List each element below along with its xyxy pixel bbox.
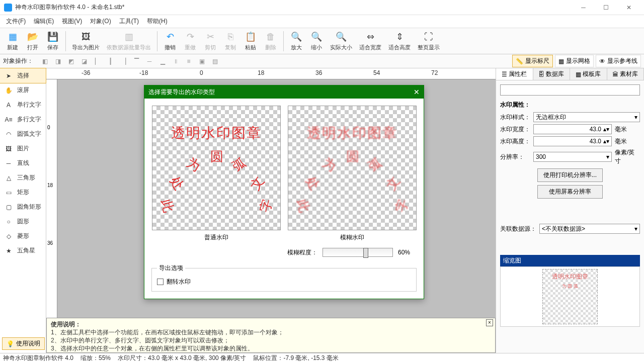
tab-database[interactable]: 🗄数据库 [533,68,571,80]
tab-materials[interactable]: 🏛素材库 [607,68,645,80]
tool-circle[interactable]: ○圆形 [0,214,46,229]
fit-height-button[interactable]: ⇕适合高度 [385,29,414,53]
tool-pan[interactable]: ✋滚屏 [0,83,46,98]
tool-select[interactable]: ➤选择 [0,68,46,83]
batch-export-button[interactable]: ▥依数据源批量导出 [104,29,154,53]
send-backward-icon[interactable]: ◪ [78,56,90,67]
blurred-watermark-option[interactable]: 透明水印图章 此 处 为 圆 弧 文 字 模糊水印 [288,106,417,242]
align-bottom-icon[interactable]: ▁ [157,56,168,67]
help-close-button[interactable]: × [486,319,493,326]
show-guides-toggle[interactable]: 👁显示参考线 [596,55,641,67]
fit-height-icon: ⇕ [393,31,406,43]
use-printer-dpi-button[interactable]: 使用打印机分辨率... [537,168,603,182]
datasource-select[interactable]: <不关联数据源>▾ [539,224,640,234]
zoom-in-button[interactable]: 🔍放大 [287,29,306,53]
dialog-close-button[interactable]: ✕ [414,88,420,96]
send-back-icon[interactable]: ◨ [52,56,63,67]
tool-rect[interactable]: ▭矩形 [0,185,46,200]
align-center-icon[interactable]: ┃ [105,56,116,67]
save-button[interactable]: 💾保存 [43,29,62,53]
bring-forward-icon[interactable]: ◩ [65,56,76,67]
menu-tools[interactable]: 工具(T) [115,15,143,28]
status-bar: 神奇水印图章制作软件 4.0 缩放：55% 水印尺寸：43.0 毫米 x 43.… [0,353,644,363]
props-header: 水印属性： [500,101,640,109]
undo-icon: ↶ [164,31,176,43]
dpi-select[interactable]: 300▾ [533,152,612,162]
style-select[interactable]: 无边框水印▾ [533,112,640,122]
menu-object[interactable]: 对象(O) [86,15,115,28]
menu-view[interactable]: 视图(V) [58,15,86,28]
copy-button[interactable]: ⎘复制 [221,29,240,53]
tool-single-text[interactable]: A单行文字 [0,98,46,112]
export-type-dialog: 选择需要导出的水印类型 ✕ 透明水印图章 此 处 为 圆 弧 文 字 [144,85,424,299]
status-size: 水印尺寸：43.0 毫米 x 43.0 毫米, 300 像素/英寸 [118,354,246,362]
tab-templates[interactable]: ▦模板库 [570,68,607,80]
fit-page-button[interactable]: ⛶整页显示 [415,29,443,53]
paste-button[interactable]: 📋粘贴 [241,29,260,53]
show-ruler-toggle[interactable]: 📏显示标尺 [512,55,553,67]
actual-size-button[interactable]: 🔍实际大小 [327,29,355,53]
distribute-v-icon[interactable]: ≡ [183,56,194,67]
close-window-button[interactable]: ✕ [617,0,640,15]
ops-label: 对象操作： [3,57,33,65]
distribute-h-icon[interactable]: ⫴ [170,56,181,67]
dialog-titlebar[interactable]: 选择需要导出的水印类型 ✕ [144,85,424,99]
use-screen-dpi-button[interactable]: 使用屏幕分辨率 [537,185,603,199]
tool-diamond[interactable]: ◇菱形 [0,229,46,243]
thumbnail-box: 透明水印图章为 圆 弧 [500,266,640,327]
export-image-button[interactable]: 🖼导出为图片 [69,29,103,53]
bring-front-icon[interactable]: ◧ [39,56,50,67]
menu-edit[interactable]: 编辑(E) [30,15,58,28]
hand-icon: ✋ [4,86,13,95]
help-toggle-button[interactable]: 💡使用说明 [2,337,45,350]
tool-line[interactable]: ─直线 [0,156,46,170]
tool-image[interactable]: 🖼图片 [0,141,46,156]
tool-arc-text[interactable]: ◠圆弧文字 [0,127,46,141]
thumbnail-preview: 透明水印图章为 圆 弧 [542,269,598,324]
menu-help[interactable]: 帮助(H) [143,15,172,28]
main-toolbar: ▦新建 📂打开 💾保存 🖼导出为图片 ▥依数据源批量导出 ↶撤销 ↷重做 ✂剪切… [0,28,644,54]
arctext-icon: ◠ [4,130,13,139]
open-button[interactable]: 📂打开 [23,29,42,53]
status-app: 神奇水印图章制作软件 4.0 [3,354,73,362]
roundrect-icon: ▢ [4,203,13,212]
tab-properties[interactable]: ☰属性栏 [496,68,533,80]
delete-icon: 🗑 [265,31,277,43]
tool-roundrect[interactable]: ▢圆角矩形 [0,200,46,214]
align-middle-icon[interactable]: ─ [144,56,155,67]
bulb-icon: 💡 [7,340,14,347]
delete-button[interactable]: 🗑删除 [261,29,280,53]
menu-file[interactable]: 文件(F) [2,15,30,28]
ungroup-icon[interactable]: ▤ [209,56,220,67]
checkbox-icon [157,279,164,285]
flip-checkbox[interactable]: 翻转水印 [157,278,411,286]
cut-button[interactable]: ✂剪切 [201,29,220,53]
ruler-vertical: 0 18 36 [46,79,57,353]
redo-button[interactable]: ↷重做 [181,29,200,53]
mat-icon: 🏛 [612,71,618,78]
group-icon[interactable]: ▣ [196,56,207,67]
app-icon [4,4,12,12]
object-selector[interactable] [500,84,640,96]
ruler-horizontal: -36 -18 0 18 36 54 72 [46,68,496,79]
tool-star[interactable]: ★五角星 [0,243,46,258]
new-button[interactable]: ▦新建 [3,29,22,53]
normal-watermark-option[interactable]: 透明水印图章 此 处 为 圆 弧 文 字 普通水印 [152,106,281,242]
zoom-out-button[interactable]: 🔍缩小 [307,29,326,53]
maximize-button[interactable]: ☐ [595,0,617,15]
ruler-icon: 📏 [516,58,523,65]
blur-slider[interactable] [323,248,393,257]
align-right-icon[interactable]: ▕ [118,56,129,67]
align-left-icon[interactable]: ▏ [92,56,103,67]
undo-button[interactable]: ↶撤销 [160,29,180,53]
cut-icon: ✂ [204,31,216,43]
tool-multi-text[interactable]: A≡多行文字 [0,112,46,127]
minimize-button[interactable]: ─ [572,0,595,15]
show-grid-toggle[interactable]: ▦显示网格 [555,55,594,67]
window-title: 神奇水印图章制作软件 4.0 - 未命名1.stb* [15,3,572,12]
fit-width-button[interactable]: ⇔适合宽度 [356,29,384,53]
align-top-icon[interactable]: ▔ [131,56,142,67]
width-input[interactable]: 43.0▴▾ [533,124,612,134]
height-input[interactable]: 43.0▴▾ [533,136,612,146]
tool-triangle[interactable]: △三角形 [0,170,46,185]
